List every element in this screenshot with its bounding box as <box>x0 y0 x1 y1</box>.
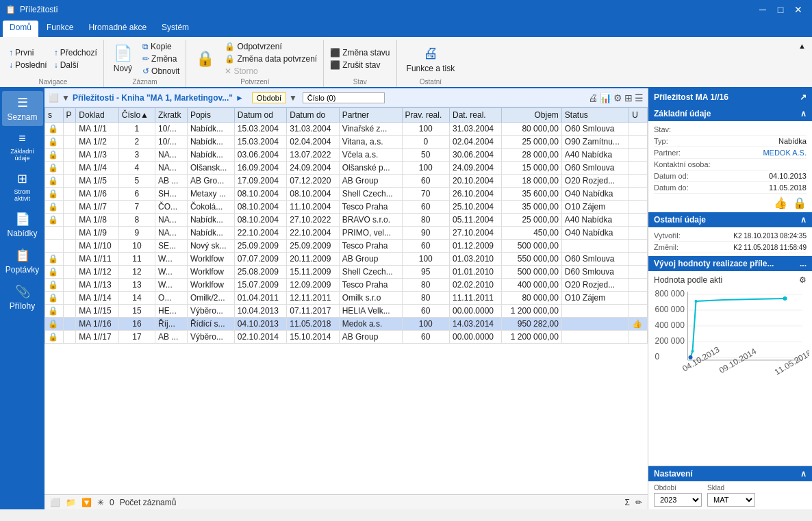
statusbar-edit-icon[interactable]: ✏ <box>635 498 642 507</box>
chart-svg: 800 000 600 000 400 000 200 000 0 <box>651 286 809 375</box>
table-row[interactable]: 🔒MA 1//1111W...Worklfow07.07.200920.11.2… <box>45 253 648 266</box>
minimize-button[interactable]: ─ <box>754 1 771 18</box>
table-row[interactable]: 🔒MA 1//2210/...Nabídk...15.03.200402.04.… <box>45 136 648 149</box>
col-objem[interactable]: Objem <box>502 108 561 123</box>
table-row[interactable]: 🔒MA 1//77ČO...Čokolá...08.10.200411.10.2… <box>45 201 648 214</box>
section-header-zakladni[interactable]: Základní údaje ∧ <box>648 106 812 121</box>
col-partner[interactable]: Partner <box>339 108 402 123</box>
col-doklad[interactable]: Doklad <box>76 108 118 123</box>
right-panel: Příležitost MA 1//16 ↗ Základní údaje ∧ … <box>648 88 812 509</box>
table-row[interactable]: 🔒MA 1//1313W...Worklfow15.07.200912.09.2… <box>45 279 648 292</box>
menu-item-domu[interactable]: Domů <box>3 21 38 37</box>
zmena-data-button[interactable]: 🔒 Změna data potvrzení <box>223 53 319 64</box>
sidebar-item-strom[interactable]: ⊞ Stromaktivit <box>2 167 43 206</box>
close-button[interactable]: ✕ <box>790 1 807 18</box>
main-layout: ☰ Seznam ≡ Základníúdaje ⊞ Stromaktivit … <box>0 88 812 509</box>
kopie-button[interactable]: ⧉ Kopie <box>140 41 181 52</box>
sklad-select[interactable]: MAT <box>707 493 755 507</box>
funkce-tisk-button[interactable]: 🖨 Funkce a tisk <box>401 42 461 76</box>
table-row[interactable]: 🔒MA 1//1515HE...Výběro...10.04.201307.11… <box>45 305 648 318</box>
period-dropdown-icon[interactable]: ▼ <box>289 93 297 103</box>
table-row[interactable]: 🔒MA 1//1110/...Nabídk...15.03.200431.03.… <box>45 123 648 136</box>
col-p: P <box>63 108 76 123</box>
potvrzeni-button[interactable]: 🔒 <box>190 47 220 71</box>
col-dat-real[interactable]: Dat. real. <box>449 108 501 123</box>
table-row[interactable]: MA 1//1010SE...Nový sk...25.09.200925.09… <box>45 240 648 253</box>
right-panel-header: Příležitost MA 1//16 ↗ <box>648 88 812 106</box>
table-row[interactable]: 🔒MA 1//1717AB ...Výběro...02.10.201415.1… <box>45 331 648 344</box>
settings-icon[interactable]: ⚙ <box>613 92 622 103</box>
toolbar-collapse-button[interactable]: ▲ <box>796 41 808 51</box>
data-table-wrap[interactable]: s P Doklad Číslo▲ Zkratk Popis Datum od … <box>45 107 648 494</box>
grid-icon[interactable]: ⊞ <box>624 92 633 103</box>
statusbar-folder-icon[interactable]: 📁 <box>66 498 76 507</box>
list-dropdown-icon[interactable]: ▼ <box>62 93 70 103</box>
section-collapse-ostatni[interactable]: ∧ <box>800 215 807 225</box>
chart-icon[interactable]: 📊 <box>600 92 611 103</box>
period-select[interactable]: 2023 <box>654 493 702 507</box>
col-cislo[interactable]: Číslo▲ <box>118 108 155 123</box>
sidebar-item-poptavky[interactable]: 📋 Poptávky <box>2 244 43 279</box>
posledni-button[interactable]: ↓ Poslední <box>7 60 49 71</box>
table-row[interactable]: 🔒MA 1//1616Říj...Řídící s...04.10.201311… <box>45 318 648 331</box>
print-icon[interactable]: 🖨 <box>588 92 598 103</box>
statusbar-settings-icon[interactable]: ✳ <box>97 498 104 507</box>
field-kontakt: Kontaktní osoba: <box>654 159 807 170</box>
section-header-ostatni[interactable]: Ostatní údaje ∧ <box>648 212 812 227</box>
sidebar-item-zakladni[interactable]: ≡ Základníúdaje <box>2 127 43 166</box>
menu-icon[interactable]: ☰ <box>635 92 644 103</box>
prvni-button[interactable]: ↑ Prvni <box>7 47 49 58</box>
menu-item-system[interactable]: Systém <box>155 21 196 37</box>
zmena-button[interactable]: ✏ Změna <box>140 53 181 64</box>
sidebar-item-prilohy[interactable]: 📎 Přílohy <box>2 280 43 315</box>
odpotvrzeni-button[interactable]: 🔒 Odpotvrzení <box>223 41 319 52</box>
menu-item-funkce[interactable]: Funkce <box>40 21 80 37</box>
statusbar-sum-icon[interactable]: Σ <box>625 498 630 507</box>
table-row[interactable]: 🔒MA 1//44NA...Olšansk...16.09.200424.09.… <box>45 162 648 175</box>
col-prav[interactable]: Prav. real. <box>402 108 449 123</box>
section-header-vyvoj[interactable]: Vývoj hodnoty realizace příle... ... <box>648 256 812 271</box>
menu-item-hromadne[interactable]: Hromadné akce <box>81 21 153 37</box>
seznam-icon: ☰ <box>17 95 28 110</box>
col-status[interactable]: Status <box>561 108 629 123</box>
list-period[interactable]: Období <box>252 92 286 103</box>
col-popis[interactable]: Popis <box>187 108 234 123</box>
zrusit-stav-button[interactable]: ⬛ Zrušit stav <box>328 60 392 71</box>
table-row[interactable]: 🔒MA 1//88NA...Nabídk...08.10.200427.10.2… <box>45 214 648 227</box>
list-number[interactable]: Číslo (0) <box>303 92 385 103</box>
predchozi-button[interactable]: ↑ Předchozí <box>52 47 99 58</box>
table-row[interactable]: 🔒MA 1//1212W...Worklfow25.08.200915.11.2… <box>45 266 648 279</box>
novy-button[interactable]: 📄 Nový <box>108 42 138 76</box>
sidebar-item-nabidky[interactable]: 📄 Nabídky <box>2 207 43 242</box>
table-row[interactable]: 🔒MA 1//33NA...Nabídk...03.06.200413.07.2… <box>45 149 648 162</box>
table-row[interactable]: 🔒MA 1//66SH...Metaxy ...08.10.200408.10.… <box>45 188 648 201</box>
zmena-stavu-button[interactable]: ⬛ Změna stavu <box>328 47 392 58</box>
lock-icon[interactable]: 🔒 <box>793 196 807 209</box>
storno-button[interactable]: ✕ Storno <box>223 66 319 77</box>
statusbar-view-icon[interactable]: ⬜ <box>50 498 60 507</box>
app-title: Příležitosti <box>20 5 58 14</box>
list-nav-icon[interactable]: ► <box>236 93 244 103</box>
col-datum-od[interactable]: Datum od <box>234 108 286 123</box>
section-title-nastaveni: Nastavení <box>654 469 693 479</box>
col-datum-do[interactable]: Datum do <box>287 108 339 123</box>
svg-text:11.05.2018: 11.05.2018 <box>773 348 809 375</box>
col-zkratk[interactable]: Zkratk <box>155 108 188 123</box>
sidebar-item-seznam[interactable]: ☰ Seznam <box>2 91 43 126</box>
dalsi-button[interactable]: ↓ Další <box>52 60 99 71</box>
external-link-icon[interactable]: ↗ <box>800 92 807 102</box>
period-label: Období <box>654 484 702 492</box>
statusbar-filter-icon[interactable]: 🔽 <box>81 498 92 507</box>
maximize-button[interactable]: □ <box>772 1 789 18</box>
section-header-nastaveni[interactable]: Nastavení ∧ <box>648 466 812 481</box>
chart-settings-icon[interactable]: ⚙ <box>799 275 807 285</box>
section-collapse-vyvoj[interactable]: ... <box>800 259 807 268</box>
right-panel-title: Příležitost MA 1//16 <box>654 92 728 102</box>
table-row[interactable]: 🔒MA 1//1414O...Omilk/2...01.04.201112.11… <box>45 292 648 305</box>
table-row[interactable]: MA 1//99NA...Nabídk...22.10.200422.10.20… <box>45 227 648 240</box>
table-row[interactable]: 🔒MA 1//55AB ...AB Gro...17.09.200407.12.… <box>45 175 648 188</box>
section-collapse-nastaveni[interactable]: ∧ <box>800 469 807 479</box>
thumbs-up-icon[interactable]: 👍 <box>774 196 787 209</box>
obnovit-button[interactable]: ↺ Obnovit <box>140 66 181 77</box>
section-collapse-zakladni[interactable]: ∧ <box>800 109 807 118</box>
